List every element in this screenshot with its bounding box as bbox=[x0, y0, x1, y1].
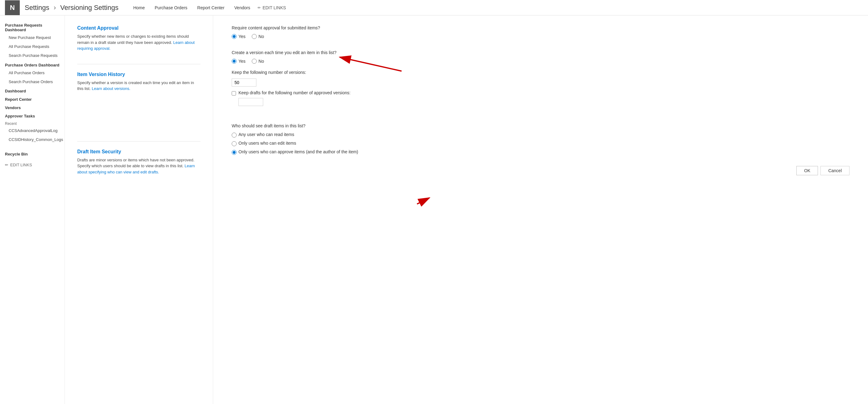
draft-approve-users-radio[interactable] bbox=[232, 150, 237, 155]
content-approval-title: Content Approval bbox=[77, 25, 200, 31]
nav-purchase-orders[interactable]: Purchase Orders bbox=[150, 0, 192, 16]
version-yes-radio[interactable] bbox=[232, 59, 237, 64]
top-nav-links: Home Purchase Orders Report Center Vendo… bbox=[128, 0, 863, 16]
item-version-history-learn-link[interactable]: Learn about versions. bbox=[92, 86, 130, 91]
sidebar-edit-links[interactable]: ✏ EDIT LINKS bbox=[0, 157, 65, 170]
sidebar-item-recycle-bin[interactable]: Recycle Bin bbox=[0, 149, 65, 157]
content-approval-radio-group: Yes No bbox=[232, 34, 849, 39]
item-version-history-desc: Specify whether a version is created eac… bbox=[77, 80, 200, 92]
app-tile: N bbox=[5, 0, 20, 15]
sidebar-item-purchase-requests-dashboard[interactable]: Purchase Requests Dashboard bbox=[0, 20, 65, 33]
draft-approve-users-option[interactable]: Only users who can approve items (and th… bbox=[232, 149, 849, 155]
sidebar-item-approver-tasks[interactable]: Approver Tasks bbox=[0, 111, 65, 120]
keep-drafts-row: Keep drafts for the following number of … bbox=[232, 90, 849, 95]
button-row: OK Cancel bbox=[232, 166, 849, 175]
sidebar-item-all-purchase-requests[interactable]: All Purchase Requests bbox=[0, 42, 65, 51]
sidebar-item-ccs-advanced-approval-log[interactable]: CCSAdvancedApprovalLog bbox=[0, 126, 65, 135]
content-approval-no-option[interactable]: No bbox=[252, 34, 264, 39]
settings-left-col: Content Approval Specify whether new ite… bbox=[65, 16, 213, 404]
draft-edit-users-option[interactable]: Only users who can edit items bbox=[232, 141, 849, 146]
pencil-icon: ✏ bbox=[258, 5, 261, 10]
draft-approve-users-label: Only users who can approve items (and th… bbox=[239, 149, 358, 154]
sidebar-item-ccssid-history[interactable]: CCSIDHistory_Common_Logs bbox=[0, 135, 65, 144]
draft-item-security-controls: Who should see draft items in this list?… bbox=[232, 123, 849, 155]
keep-versions-label: Keep the following number of versions: bbox=[232, 70, 849, 75]
settings-columns: Content Approval Specify whether new ite… bbox=[65, 16, 868, 404]
sidebar-item-report-center[interactable]: Report Center bbox=[0, 94, 65, 103]
content-approval-section: Content Approval Specify whether new ite… bbox=[77, 25, 200, 52]
draft-any-user-label: Any user who can read items bbox=[239, 132, 294, 137]
nav-report-center[interactable]: Report Center bbox=[192, 0, 229, 16]
cancel-button[interactable]: Cancel bbox=[820, 166, 849, 175]
draft-any-user-radio[interactable] bbox=[232, 133, 237, 138]
create-version-question: Create a version each time you edit an i… bbox=[232, 50, 849, 55]
version-yes-option[interactable]: Yes bbox=[232, 59, 246, 64]
item-version-history-title: Item Version History bbox=[77, 72, 200, 77]
sidebar: Purchase Requests Dashboard New Purchase… bbox=[0, 16, 65, 404]
content-approval-no-label: No bbox=[258, 34, 264, 39]
breadcrumb-arrow: › bbox=[54, 4, 58, 11]
keep-drafts-checkbox[interactable] bbox=[232, 91, 236, 95]
sidebar-recent-label: Recent bbox=[0, 120, 65, 126]
content-approval-yes-label: Yes bbox=[239, 34, 246, 39]
sidebar-item-purchase-orders-dashboard[interactable]: Purchase Orders Dashboard bbox=[0, 60, 65, 68]
draft-item-security-section: Draft Item Security Drafts are minor ver… bbox=[77, 149, 200, 175]
settings-right-col: Require content approval for submitted i… bbox=[213, 16, 868, 404]
content-approval-controls: Require content approval for submitted i… bbox=[232, 25, 849, 39]
sidebar-pencil-icon: ✏ bbox=[5, 163, 8, 167]
sidebar-item-vendors[interactable]: Vendors bbox=[0, 103, 65, 111]
content-approval-question: Require content approval for submitted i… bbox=[232, 25, 849, 30]
create-version-radio-group: Yes No bbox=[232, 59, 849, 64]
version-no-option[interactable]: No bbox=[252, 59, 264, 64]
draft-edit-users-label: Only users who can edit items bbox=[239, 141, 296, 146]
top-nav: N Settings › Versioning Settings Home Pu… bbox=[0, 0, 868, 16]
sidebar-item-search-purchase-orders[interactable]: Search Purchase Orders bbox=[0, 78, 65, 87]
draft-security-radio-group: Any user who can read items Only users w… bbox=[232, 132, 849, 155]
draft-any-user-option[interactable]: Any user who can read items bbox=[232, 132, 849, 138]
nav-home[interactable]: Home bbox=[128, 0, 150, 16]
keep-drafts-input[interactable] bbox=[239, 98, 263, 106]
site-title: Settings › Versioning Settings bbox=[25, 4, 118, 12]
sidebar-item-search-purchase-requests[interactable]: Search Purchase Requests bbox=[0, 51, 65, 60]
content-approval-desc: Specify whether new items or changes to … bbox=[77, 33, 200, 52]
content-approval-no-radio[interactable] bbox=[252, 34, 257, 39]
keep-drafts-label: Keep drafts for the following number of … bbox=[239, 90, 350, 95]
draft-item-security-title: Draft Item Security bbox=[77, 149, 200, 154]
ok-button[interactable]: OK bbox=[796, 166, 818, 175]
sidebar-item-all-purchase-orders[interactable]: All Purchase Orders bbox=[0, 68, 65, 78]
draft-item-security-desc: Drafts are minor versions or items which… bbox=[77, 157, 200, 175]
keep-versions-input[interactable] bbox=[232, 79, 256, 87]
draft-edit-users-radio[interactable] bbox=[232, 141, 237, 146]
sidebar-item-new-purchase-request[interactable]: New Purchase Request bbox=[0, 33, 65, 42]
nav-vendors[interactable]: Vendors bbox=[229, 0, 255, 16]
version-yes-label: Yes bbox=[239, 59, 246, 64]
content-approval-yes-option[interactable]: Yes bbox=[232, 34, 246, 39]
draft-security-question: Who should see draft items in this list? bbox=[232, 123, 849, 128]
version-no-label: No bbox=[258, 59, 264, 64]
item-version-history-controls: Create a version each time you edit an i… bbox=[232, 50, 849, 112]
content-approval-yes-radio[interactable] bbox=[232, 34, 237, 39]
version-no-radio[interactable] bbox=[252, 59, 257, 64]
top-nav-edit-links[interactable]: ✏ EDIT LINKS bbox=[255, 5, 288, 10]
sidebar-item-dashboard[interactable]: Dashboard bbox=[0, 86, 65, 94]
item-version-history-section: Item Version History Specify whether a v… bbox=[77, 72, 200, 92]
page-layout: Purchase Requests Dashboard New Purchase… bbox=[0, 16, 868, 404]
